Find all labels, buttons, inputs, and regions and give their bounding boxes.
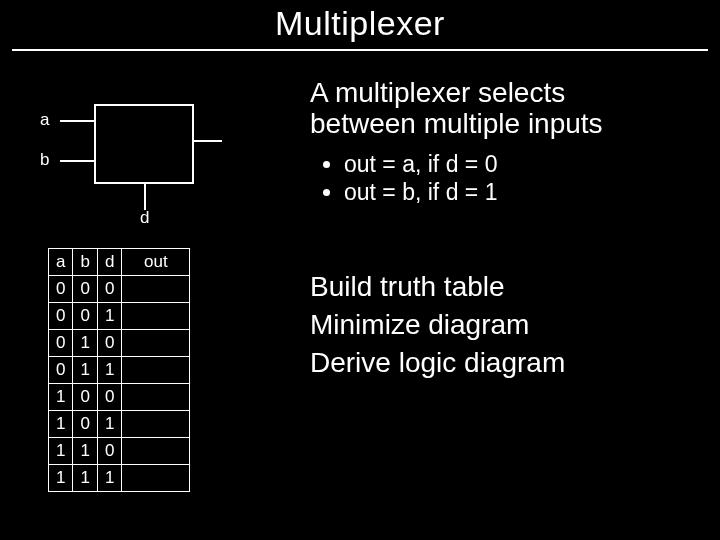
bullet-list: out = a, if d = 0 out = b, if d = 1 — [310, 150, 700, 208]
cell-out — [122, 384, 190, 411]
cell-b: 1 — [73, 465, 97, 492]
wire-d — [144, 184, 146, 210]
cell-a: 0 — [49, 303, 73, 330]
mux-box — [94, 104, 194, 184]
col-b: b — [73, 249, 97, 276]
col-out: out — [122, 249, 190, 276]
table-header-row: a b d out — [49, 249, 190, 276]
cell-a: 0 — [49, 357, 73, 384]
cell-b: 1 — [73, 357, 97, 384]
title-divider — [12, 49, 708, 51]
step-2: Minimize diagram — [310, 306, 700, 344]
col-a: a — [49, 249, 73, 276]
table-row: 001 — [49, 303, 190, 330]
cell-out — [122, 465, 190, 492]
cell-a: 1 — [49, 411, 73, 438]
cell-b: 0 — [73, 276, 97, 303]
col-d: d — [97, 249, 121, 276]
cell-a: 0 — [49, 330, 73, 357]
heading: A multiplexer selects between multiple i… — [310, 78, 700, 140]
cell-d: 0 — [97, 276, 121, 303]
description-block: A multiplexer selects between multiple i… — [310, 78, 700, 207]
label-d: d — [140, 208, 149, 228]
table-row: 111 — [49, 465, 190, 492]
bullet-1: out = a, if d = 0 — [344, 150, 700, 179]
cell-b: 1 — [73, 330, 97, 357]
wire-out — [194, 140, 222, 142]
cell-d: 1 — [97, 465, 121, 492]
cell-d: 0 — [97, 384, 121, 411]
table-row: 110 — [49, 438, 190, 465]
table-row: 011 — [49, 357, 190, 384]
bullet-2: out = b, if d = 1 — [344, 178, 700, 207]
cell-b: 0 — [73, 384, 97, 411]
table-row: 101 — [49, 411, 190, 438]
wire-b — [60, 160, 94, 162]
slide-title: Multiplexer — [0, 0, 720, 43]
heading-line2: between multiple inputs — [310, 108, 603, 139]
cell-a: 0 — [49, 276, 73, 303]
label-b: b — [40, 150, 49, 170]
table-row: 100 — [49, 384, 190, 411]
cell-out — [122, 411, 190, 438]
cell-a: 1 — [49, 465, 73, 492]
steps-block: Build truth table Minimize diagram Deriv… — [310, 268, 700, 381]
heading-line1: A multiplexer selects — [310, 77, 565, 108]
cell-out — [122, 276, 190, 303]
cell-out — [122, 303, 190, 330]
step-1: Build truth table — [310, 268, 700, 306]
cell-a: 1 — [49, 438, 73, 465]
truth-table: a b d out 000001010011100101110111 — [48, 248, 190, 492]
cell-b: 0 — [73, 411, 97, 438]
cell-d: 0 — [97, 438, 121, 465]
step-3: Derive logic diagram — [310, 344, 700, 382]
cell-b: 1 — [73, 438, 97, 465]
cell-d: 1 — [97, 357, 121, 384]
cell-d: 0 — [97, 330, 121, 357]
label-a: a — [40, 110, 49, 130]
cell-a: 1 — [49, 384, 73, 411]
cell-out — [122, 357, 190, 384]
cell-out — [122, 438, 190, 465]
cell-b: 0 — [73, 303, 97, 330]
table-row: 010 — [49, 330, 190, 357]
cell-out — [122, 330, 190, 357]
mux-diagram: a b d — [40, 100, 240, 220]
cell-d: 1 — [97, 411, 121, 438]
cell-d: 1 — [97, 303, 121, 330]
wire-a — [60, 120, 94, 122]
table-row: 000 — [49, 276, 190, 303]
